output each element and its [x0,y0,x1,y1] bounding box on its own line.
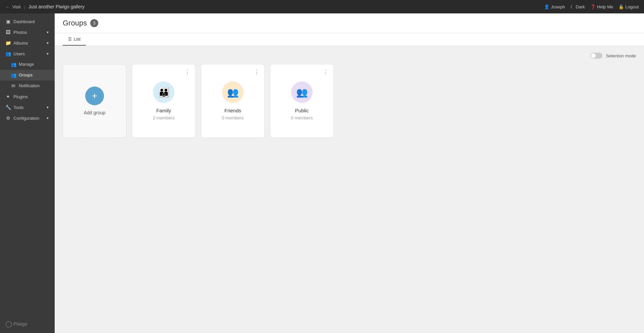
visit-link[interactable]: Visit [12,4,20,9]
sidebar-item-users[interactable]: 👥 Users ▼ [0,48,55,59]
manage-icon: 👥 [11,62,16,67]
user-menu[interactable]: 👤 Joseph [544,4,565,9]
sidebar-bottom: ◯ Piwigo [0,315,55,333]
user-icon: 👤 [544,4,549,9]
friends-group-icon: 👥 [227,87,239,98]
add-group-icon-circle: + [85,87,104,105]
site-title: Just another Piwigo gallery [29,4,85,9]
photos-icon: 🖼 [5,30,11,35]
family-card-members: 2 members [153,115,174,120]
back-arrow-icon: ← [5,4,10,9]
group-card-public[interactable]: ⋮ 👥 Public 0 members [270,64,334,138]
list-icon: ☰ [68,37,72,42]
topbar: ← Visit | Just another Piwigo gallery 👤 … [0,0,644,13]
sidebar-item-notification[interactable]: ✉ Notification [0,80,55,91]
albums-chevron-icon: ▼ [46,41,49,45]
add-group-label: Add group [84,110,106,115]
help-icon: ❓ [590,4,596,9]
sidebar-item-photos[interactable]: 🖼 Photos ▼ [0,27,55,38]
sidebar-item-tools[interactable]: 🔧 Tools ▼ [0,102,55,113]
page-title: Groups [63,19,87,27]
sidebar-item-plugins[interactable]: ✦ Plugins [0,91,55,102]
logout-icon: 🔓 [619,4,624,9]
sidebar-item-groups[interactable]: 👥 Groups [0,70,55,80]
public-card-menu-icon[interactable]: ⋮ [321,68,330,76]
albums-icon: 📁 [5,40,11,46]
groups-icon: 👥 [11,72,16,78]
piwigo-logo: ◯ Piwigo [5,320,49,328]
topbar-right: 👤 Joseph ☾ Dark ❓ Help Me 🔓 Logout [544,4,639,9]
public-card-members: 0 members [291,115,313,120]
family-card-name: Family [156,108,171,113]
logout-link[interactable]: 🔓 Logout [619,4,639,9]
family-card-menu-icon[interactable]: ⋮ [183,68,192,76]
public-icon-circle: 👥 [291,81,313,103]
groups-count-badge: 3 [90,19,98,27]
family-icon-circle: 👪 [153,81,174,103]
friends-icon-circle: 👥 [222,81,244,103]
dark-mode-toggle[interactable]: ☾ Dark [570,4,585,9]
tools-icon: 🔧 [5,105,11,110]
plugins-icon: ✦ [5,94,11,99]
public-card-name: Public [295,108,309,113]
dashboard-icon: ▣ [5,19,11,24]
sidebar: ▣ Dashboard 🖼 Photos ▼ 📁 Albums ▼ 👥 User… [0,13,55,333]
tabs-bar: ☰ List [55,33,644,46]
sidebar-item-albums[interactable]: 📁 Albums ▼ [0,38,55,48]
content-topbar: Selection mode [63,53,636,59]
sidebar-item-configuration[interactable]: ⚙ Configuration ▼ [0,113,55,123]
help-link[interactable]: ❓ Help Me [590,4,613,9]
friends-card-members: 0 members [222,115,244,120]
group-card-friends[interactable]: ⋮ 👥 Friends 0 members [201,64,265,138]
public-group-icon: 👥 [296,87,308,98]
family-group-icon: 👪 [158,87,170,98]
notification-icon: ✉ [11,83,16,89]
group-card-family[interactable]: ⋮ 👪 Family 2 members [132,64,196,138]
tab-list[interactable]: ☰ List [63,33,86,46]
piwigo-icon: ◯ [5,320,12,328]
plus-icon: + [92,91,97,101]
tools-chevron-icon: ▼ [46,106,49,109]
config-chevron-icon: ▼ [46,116,49,120]
friends-card-menu-icon[interactable]: ⋮ [252,68,261,76]
users-icon: 👥 [5,51,11,56]
selection-mode-toggle[interactable] [590,53,602,59]
sidebar-item-manage[interactable]: 👥 Manage [0,59,55,70]
groups-grid: + Add group ⋮ 👪 Family 2 members ⋮ [63,64,636,138]
config-icon: ⚙ [5,115,11,121]
users-chevron-icon: ▼ [46,52,49,56]
sidebar-item-dashboard[interactable]: ▣ Dashboard [0,16,55,27]
friends-card-name: Friends [224,108,241,113]
main-content: Groups 3 ☰ List Selection mode + [55,13,644,333]
page-header: Groups 3 [55,13,644,33]
selection-mode-label: Selection mode [606,53,636,58]
photos-chevron-icon: ▼ [46,31,49,34]
add-group-card[interactable]: + Add group [63,64,126,138]
content-area: Selection mode + Add group ⋮ 👪 F [55,46,644,145]
moon-icon: ☾ [570,4,574,9]
